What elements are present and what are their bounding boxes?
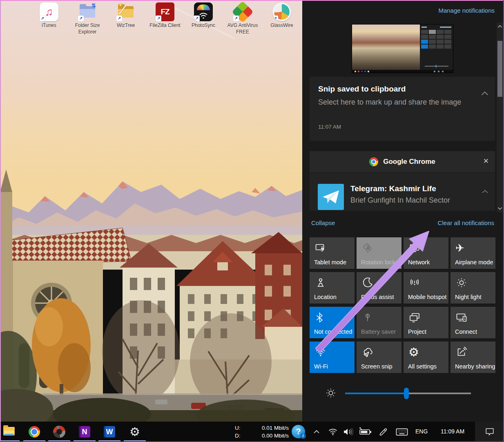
quick-action-project[interactable]: Project — [404, 307, 448, 338]
scrollbar-thumb[interactable] — [497, 41, 502, 97]
taskbar-onenote-button[interactable]: N — [78, 425, 91, 438]
desktop-icon-label: iTunes — [30, 22, 68, 29]
network-speed-monitor[interactable]: U:0.01 Mbit/s D:0.00 Mbit/s — [235, 424, 289, 440]
close-icon[interactable]: ✕ — [483, 157, 489, 165]
thumbnail-mini-action-center — [420, 25, 453, 70]
quick-action-mobile-hotspot[interactable]: Mobile hotspot — [404, 272, 448, 304]
mobile-hotspot-icon — [408, 277, 421, 289]
taskbar-word-button[interactable]: W — [103, 425, 116, 438]
photosync-icon: ↗ — [194, 2, 213, 21]
night-light-icon — [455, 277, 468, 289]
clear-all-notifications-link[interactable]: Clear all notifications — [438, 219, 494, 226]
pen-icon[interactable] — [378, 426, 388, 437]
notifications-scrollbar[interactable] — [497, 22, 503, 212]
action-center-button[interactable] — [475, 422, 504, 442]
brightness-sun-icon — [325, 387, 337, 400]
collapse-chevron-icon[interactable] — [482, 190, 488, 193]
shortcut-arrow-icon: ↗ — [78, 16, 84, 21]
running-indicator — [0, 440, 20, 442]
taskbar-photoscape-button[interactable] — [53, 425, 66, 438]
bluetooth-icon — [314, 311, 327, 324]
quick-action-all-settings[interactable]: ⚙ All settings — [404, 342, 448, 373]
quick-action-rotation-lock[interactable]: Rotation lock — [357, 237, 401, 269]
quick-action-battery-saver[interactable]: Battery saver — [357, 307, 401, 338]
wifi-icon[interactable] — [328, 426, 338, 437]
desktop-icon-label: Folder Size Explorer — [69, 22, 106, 35]
desktop-icon-filezilla[interactable]: FZ↗ FileZilla Client — [146, 2, 184, 29]
desktop-icon-avg[interactable]: ↗ AVG AntiVirus FREE — [224, 2, 261, 35]
network-icon — [408, 242, 421, 254]
language-indicator[interactable]: ENG — [415, 428, 428, 435]
network-monitor-question-icon[interactable]: ?i — [292, 425, 305, 438]
quick-action-tablet-mode[interactable]: Tablet mode — [310, 237, 355, 269]
screen-snip-icon — [361, 346, 374, 358]
collapse-chevron-icon[interactable] — [481, 92, 488, 96]
itunes-icon: ♫↗ — [40, 2, 58, 21]
airplane-icon: ✈ — [455, 242, 468, 254]
notification-title: Snip saved to clipboard — [318, 85, 406, 94]
desktop-icon-label: WizTree — [107, 22, 145, 29]
snip-thumbnail-image[interactable] — [352, 25, 453, 73]
taskbar-file-explorer-button[interactable] — [2, 425, 16, 438]
quick-action-connect[interactable]: Connect — [450, 307, 495, 338]
settings-gear-icon: ⚙ — [408, 346, 421, 358]
thumbnail-mini-taskbar — [352, 70, 453, 73]
thumbnail-photo — [352, 25, 420, 70]
photoscape-icon — [53, 426, 65, 438]
shortcut-arrow-icon: ↗ — [156, 16, 161, 21]
clock[interactable]: 11:09 AM — [441, 428, 464, 435]
download-label: D: — [235, 432, 241, 440]
desktop-icon-photosync[interactable]: ↗ PhotoSync — [185, 2, 222, 29]
hidden-icons-chevron[interactable] — [312, 428, 321, 435]
touch-keyboard-icon[interactable] — [395, 427, 408, 437]
wifi-icon — [314, 346, 327, 358]
notification-snip[interactable]: Snip saved to clipboard Select here to m… — [310, 77, 495, 141]
battery-icon[interactable] — [358, 427, 372, 437]
scroll-up-icon[interactable] — [497, 23, 503, 30]
running-indicator — [23, 440, 45, 442]
filezilla-icon: FZ↗ — [156, 2, 174, 21]
manage-notifications-link[interactable]: Manage notifications — [438, 7, 495, 14]
desktop-icon-wiztree[interactable]: ✦↗ WizTree — [107, 2, 145, 29]
quick-action-location[interactable]: Location — [310, 272, 355, 304]
glasswire-icon: ↗ — [272, 2, 291, 21]
quick-action-bluetooth[interactable]: Not connected — [310, 307, 355, 338]
taskbar-settings-button[interactable]: ⚙ — [128, 425, 141, 438]
wallpaper — [0, 0, 302, 422]
quick-action-wifi[interactable]: Wi-Fi — [310, 342, 355, 373]
quick-action-nearby-sharing[interactable]: Nearby sharing — [450, 342, 495, 373]
project-icon — [408, 311, 421, 324]
notification-body: Brief Gunfight In Machil Sector — [350, 196, 450, 205]
desktop-icon-folder-size-explorer[interactable]: ⇅↗ Folder Size Explorer — [69, 2, 106, 35]
notification-time: 11:07 AM — [318, 124, 341, 130]
collapse-link[interactable]: Collapse — [311, 219, 335, 226]
quick-action-focus-assist[interactable]: Focus assist — [357, 272, 401, 304]
file-explorer-icon — [3, 427, 15, 435]
quick-action-network[interactable]: Network — [404, 237, 448, 269]
scroll-down-icon[interactable] — [497, 205, 503, 212]
nearby-sharing-icon — [455, 346, 468, 358]
volume-icon[interactable] — [343, 427, 355, 437]
quick-action-night-light[interactable]: Night light — [450, 272, 495, 304]
notification-app-name: Google Chrome — [383, 158, 435, 166]
desktop-icon-glasswire[interactable]: ↗ GlassWire — [263, 2, 301, 29]
notification-telegram[interactable]: Telegram: Kashmir Life Brief Gunfight In… — [310, 173, 495, 211]
running-indicator — [74, 440, 96, 442]
desktop-icon-itunes[interactable]: ♫↗ iTunes — [30, 2, 68, 29]
notification-group-chrome[interactable]: Google Chrome ✕ — [310, 151, 495, 172]
quick-action-airplane-mode[interactable]: ✈ Airplane mode — [450, 237, 495, 269]
quick-actions-grid: Tablet mode Rotation lock Network ✈ Airp… — [310, 237, 497, 373]
chrome-icon — [29, 426, 40, 438]
settings-gear-icon: ⚙ — [128, 425, 141, 438]
location-icon — [314, 277, 327, 289]
desktop-icon-label: AVG AntiVirus FREE — [224, 22, 261, 35]
screen: ♫↗ iTunes ⇅↗ Folder Size Explorer ✦↗ Wiz… — [0, 0, 504, 442]
onenote-icon: N — [79, 426, 90, 438]
desktop: ♫↗ iTunes ⇅↗ Folder Size Explorer ✦↗ Wiz… — [0, 0, 302, 422]
desktop-icon-label: FileZilla Client — [146, 22, 184, 29]
shortcut-arrow-icon: ↗ — [233, 16, 239, 21]
taskbar-chrome-button[interactable] — [28, 425, 41, 438]
desktop-icon-label: PhotoSync — [185, 22, 222, 29]
brightness-slider-thumb[interactable] — [404, 388, 409, 399]
quick-action-screen-snip[interactable]: Screen snip — [357, 342, 401, 373]
